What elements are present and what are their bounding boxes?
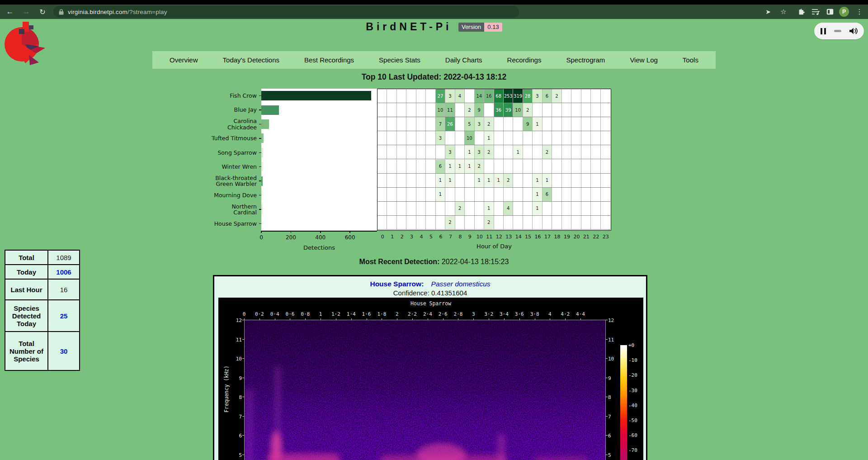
heatmap-cell: [562, 89, 571, 103]
heatmap-cell: 1: [533, 188, 542, 201]
heatmap-cell: [465, 174, 474, 187]
stats-value[interactable]: 25: [48, 300, 80, 332]
heatmap-cell: [523, 131, 533, 145]
heatmap-cell: [571, 188, 581, 201]
spectrogram-time-tickmark: [321, 318, 321, 320]
heatmap-cell: [445, 188, 455, 201]
species-axis-tick: [259, 223, 261, 224]
heatmap-cell: [533, 145, 542, 159]
hour-axis-tick-label: 6: [436, 234, 446, 240]
heatmap-cell: [475, 131, 484, 145]
hour-axis-tick-label: 4: [416, 234, 426, 240]
spectrogram-time-tickmark: [412, 318, 413, 320]
stats-value-link[interactable]: 30: [60, 347, 68, 355]
bar-axis-tick: [261, 231, 262, 233]
heatmap-cell: [533, 216, 542, 229]
heatmap-cell: [504, 117, 513, 131]
colorbar-tick: -70: [628, 447, 637, 453]
spectrogram-time-tickmark: [382, 318, 382, 320]
heatmap-cell: [552, 216, 561, 229]
heatmap-cell: [416, 131, 426, 145]
detection-confidence: Confidence: 0.41351604: [214, 289, 646, 297]
stats-value-link[interactable]: 1006: [56, 268, 71, 276]
heatmap-cell: 2: [542, 145, 552, 159]
heatmap-cell: [581, 145, 591, 159]
stats-value-link[interactable]: 25: [60, 312, 68, 320]
heatmap-cell: [426, 145, 435, 159]
heatmap-cell: 1: [533, 117, 542, 131]
heatmap-cell: [387, 216, 396, 229]
heatmap-row: 22: [377, 216, 610, 230]
stats-value[interactable]: 30: [48, 332, 80, 370]
heatmap-cell: [397, 131, 406, 145]
spectrogram-time-tick: 3·4: [496, 311, 512, 317]
heatmap-cell: 1: [455, 160, 465, 173]
heatmap-cell: [426, 103, 435, 117]
spectrogram-time-tick: 0·6: [282, 311, 297, 317]
heatmap-cell: [552, 188, 561, 201]
heatmap-cell: [571, 145, 581, 159]
heatmap-cell: [377, 103, 387, 117]
heatmap-cell: [426, 174, 435, 187]
heatmap-cell: [571, 174, 581, 187]
stats-value[interactable]: 1006: [48, 265, 80, 279]
heatmap-cell: [552, 145, 561, 159]
detection-common-name[interactable]: House Sparrow:: [370, 280, 424, 288]
heatmap-cell: [397, 188, 406, 201]
heatmap-cell: [377, 145, 387, 159]
heatmap-cell: 5: [465, 117, 474, 131]
heatmap-cell: 6: [542, 188, 552, 201]
heatmap-cell: 10: [513, 103, 523, 117]
spectrogram-freq-tick-right: 6: [608, 433, 619, 439]
heatmap-cell: [387, 89, 396, 103]
spectrogram-time-tick: 4·4: [573, 311, 588, 317]
heatmap-cell: [465, 89, 474, 103]
stats-label: Today: [5, 265, 48, 279]
spectrogram-time-tickmark: [504, 318, 505, 320]
species-label: Tufted Titmouse: [166, 135, 257, 142]
heatmap-cell: [494, 117, 504, 131]
colorbar-tick: -40: [628, 403, 637, 408]
heatmap-cell: [494, 131, 504, 145]
heatmap-row: 72653291: [377, 117, 610, 131]
detections-bar: [261, 119, 269, 129]
heatmap-cell: 2: [445, 216, 455, 229]
spectrogram-freq-tick-right: 11: [608, 337, 619, 343]
species-axis-tick: [259, 109, 261, 110]
species-axis-tick: [259, 95, 261, 96]
heatmap-cell: 1: [436, 188, 445, 201]
heatmap-cell: [416, 188, 426, 201]
heatmap-cell: [591, 174, 600, 187]
heatmap-cell: [494, 216, 504, 229]
heatmap-cell: [377, 216, 387, 229]
top10-chart: 2734141668253319283621011293639102726532…: [0, 0, 868, 253]
heatmap-cell: [571, 103, 581, 117]
colorbar: [620, 345, 627, 460]
heatmap-cell: 10: [465, 131, 474, 145]
heatmap-cell: [591, 117, 600, 131]
spectrogram-time-tickmark: [244, 318, 245, 320]
heatmap-cell: [397, 145, 406, 159]
heatmap-cell: [416, 89, 426, 103]
heatmap-cell: 9: [523, 117, 533, 131]
species-label: Winter Wren: [166, 164, 257, 170]
heatmap-cell: [581, 103, 591, 117]
colorbar-tick: -10: [628, 357, 637, 363]
spectrogram-freq-tick-right: 7: [608, 414, 619, 420]
heatmap-cell: [591, 160, 600, 173]
heatmap-cell: [406, 174, 416, 187]
heatmap-cell: [601, 131, 610, 145]
heatmap-cell: [513, 216, 523, 229]
stats-label: Total Number of Species: [5, 332, 48, 370]
heatmap-cell: 1: [484, 174, 494, 187]
heatmap-cell: 3: [445, 145, 455, 159]
spectrogram-time-tick: 1·2: [328, 311, 344, 317]
spectrogram-time-tick: 2·2: [405, 311, 420, 317]
detections-bar: [261, 91, 371, 100]
heatmap-row: 3101: [377, 131, 610, 145]
hour-axis-tick-label: 23: [601, 234, 611, 240]
detection-scientific-name[interactable]: Passer domesticus: [431, 280, 491, 288]
spectrogram-freq-tickmark: [242, 378, 244, 378]
heatmap-cell: 1: [533, 202, 542, 215]
spectrogram-time-tick: 1: [313, 311, 328, 317]
